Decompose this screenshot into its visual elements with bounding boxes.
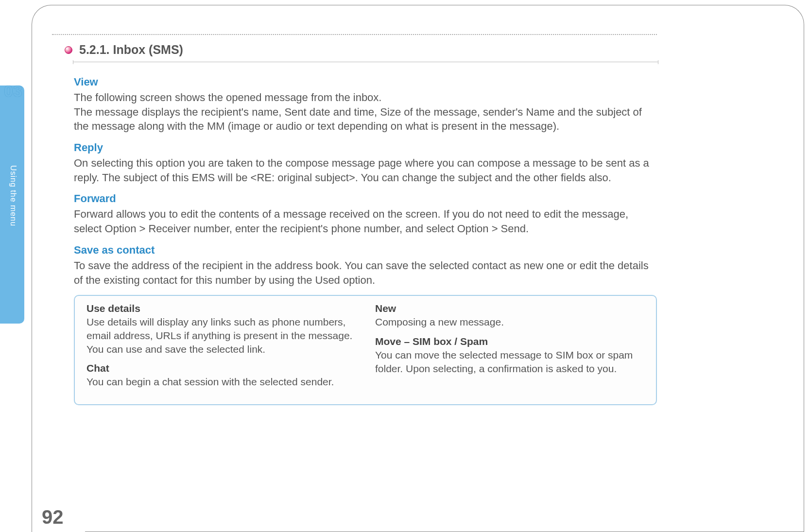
item-title: Save as contact <box>74 244 657 257</box>
sub-move: Move – SIM box / Spam You can move the s… <box>375 336 644 375</box>
sub-title: New <box>375 303 644 314</box>
section-title: 5.2.1. Inbox (SMS) <box>79 43 183 57</box>
bullet-icon <box>65 46 72 54</box>
item-body: Forward allows you to edit the contents … <box>74 207 657 236</box>
item-title: Forward <box>74 192 657 205</box>
chapter-number: 03 <box>4 82 22 101</box>
sub-use-details: Use details Use details will display any… <box>86 303 356 356</box>
sub-title: Move – SIM box / Spam <box>375 336 644 347</box>
item-forward: Forward Forward allows you to edit the c… <box>74 192 657 236</box>
item-title: View <box>74 76 657 88</box>
sub-body: You can move the selected message to SIM… <box>375 348 644 375</box>
item-body: The following screen shows the opened me… <box>74 90 657 134</box>
sub-body: Use details will display any links such … <box>86 315 356 356</box>
dotted-divider <box>52 34 657 35</box>
heading-rule <box>73 60 658 64</box>
info-col-right: New Composing a new message. Move – SIM … <box>375 303 644 395</box>
info-box: Use details Use details will display any… <box>74 295 657 405</box>
item-view: View The following screen shows the open… <box>74 76 657 134</box>
sub-new: New Composing a new message. <box>375 303 644 329</box>
item-body: On selecting this option you are taken t… <box>74 156 657 185</box>
sub-title: Chat <box>86 362 356 374</box>
sub-chat: Chat You can begin a chat session with t… <box>86 362 356 389</box>
side-tab-label: Using the menu <box>9 165 17 226</box>
sub-title: Use details <box>86 303 356 314</box>
sub-body: Composing a new message. <box>375 315 644 329</box>
item-body: To save the address of the recipient in … <box>74 258 657 287</box>
info-col-left: Use details Use details will display any… <box>86 303 356 395</box>
item-title: Reply <box>74 141 657 154</box>
section-heading: 5.2.1. Inbox (SMS) <box>65 43 183 57</box>
item-reply: Reply On selecting this option you are t… <box>74 141 657 185</box>
page-number: 92 <box>42 506 64 528</box>
item-save-contact: Save as contact To save the address of t… <box>74 244 657 287</box>
content-area: View The following screen shows the open… <box>74 76 657 405</box>
sub-body: You can begin a chat session with the se… <box>86 375 356 389</box>
